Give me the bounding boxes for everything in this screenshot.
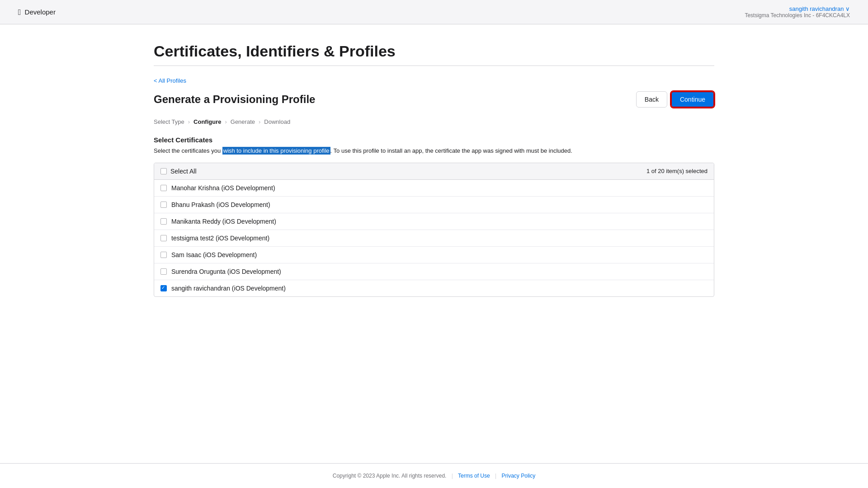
header-logo:  Developer <box>18 8 56 16</box>
header-user-org: Testsigma Technologies Inc - 6F4CKCA4LX <box>745 12 850 19</box>
cert-checkbox-0[interactable] <box>160 185 167 191</box>
cert-label-4: Sam Isaac (iOS Development) <box>171 251 257 258</box>
cert-checkbox-1[interactable] <box>160 202 167 208</box>
privacy-policy-link[interactable]: Privacy Policy <box>502 473 536 479</box>
step-select-type: Select Type <box>154 118 184 125</box>
list-item: Surendra Orugunta (iOS Development) <box>154 263 714 280</box>
cert-list: Manohar Krishna (iOS Development) Bhanu … <box>154 180 714 296</box>
breadcrumb-all-profiles[interactable]: All Profiles <box>154 77 186 84</box>
header-logo-text: Developer <box>25 8 56 16</box>
list-item: Manikanta Reddy (iOS Development) <box>154 213 714 230</box>
footer-divider-1: | <box>452 473 453 479</box>
back-button[interactable]: Back <box>636 91 667 108</box>
title-divider <box>154 66 714 66</box>
cert-checkbox-5[interactable] <box>160 268 167 275</box>
step-generate: Generate <box>231 118 255 125</box>
list-item: Manohar Krishna (iOS Development) <box>154 180 714 197</box>
continue-button[interactable]: Continue <box>671 91 714 108</box>
select-all-checkbox[interactable] <box>160 168 167 174</box>
cert-label-3: testsigma test2 (iOS Development) <box>171 235 269 242</box>
list-item: sangith ravichandran (iOS Development) <box>154 280 714 296</box>
cert-label-2: Manikanta Reddy (iOS Development) <box>171 218 276 225</box>
step-sep-1: › <box>188 118 190 125</box>
main-content: Certificates, Identifiers & Profiles All… <box>118 24 750 463</box>
footer: Copyright © 2023 Apple Inc. All rights r… <box>0 463 868 488</box>
cert-label-5: Surendra Orugunta (iOS Development) <box>171 268 281 275</box>
header-user: sangith ravichandran ∨ Testsigma Technol… <box>745 5 850 19</box>
cert-checkbox-3[interactable] <box>160 235 167 241</box>
list-item: Bhanu Prakash (iOS Development) <box>154 197 714 213</box>
step-sep-2: › <box>225 118 226 125</box>
cert-label-1: Bhanu Prakash (iOS Development) <box>171 201 270 208</box>
apple-icon:  <box>18 8 21 16</box>
step-download: Download <box>264 118 290 125</box>
cert-list-header-left: Select All <box>160 168 197 175</box>
footer-divider-2: | <box>495 473 496 479</box>
section-title: Generate a Provisioning Profile <box>154 93 315 106</box>
cert-desc-highlight: wish to include in this provisioning pro… <box>222 147 330 155</box>
cert-desc-after: . To use this profile to install an app,… <box>330 147 572 154</box>
header-user-name[interactable]: sangith ravichandran ∨ <box>745 5 850 12</box>
cert-label-6: sangith ravichandran (iOS Development) <box>171 285 286 292</box>
step-configure: Configure <box>193 118 221 125</box>
cert-checkbox-6[interactable] <box>160 285 167 291</box>
cert-list-container: Select All 1 of 20 item(s) selected Mano… <box>154 163 714 297</box>
terms-of-use-link[interactable]: Terms of Use <box>458 473 490 479</box>
steps-breadcrumb: Select Type › Configure › Generate › Dow… <box>154 118 714 125</box>
list-item: testsigma test2 (iOS Development) <box>154 230 714 247</box>
cert-desc-before: Select the certificates you <box>154 147 222 154</box>
cert-description: Select the certificates you wish to incl… <box>154 146 714 155</box>
cert-section-title: Select Certificates <box>154 136 714 144</box>
cert-checkbox-2[interactable] <box>160 218 167 225</box>
cert-label-0: Manohar Krishna (iOS Development) <box>171 184 275 192</box>
cert-count-label: 1 of 20 item(s) selected <box>646 168 708 174</box>
step-sep-3: › <box>259 118 260 125</box>
select-all-label: Select All <box>170 168 197 175</box>
list-item: Sam Isaac (iOS Development) <box>154 247 714 263</box>
action-buttons: Back Continue <box>636 91 714 108</box>
cert-list-header: Select All 1 of 20 item(s) selected <box>154 163 714 180</box>
header:  Developer sangith ravichandran ∨ Tests… <box>0 0 868 24</box>
cert-section: Select Certificates Select the certifica… <box>154 136 714 297</box>
page-title: Certificates, Identifiers & Profiles <box>154 42 714 60</box>
section-header: Generate a Provisioning Profile Back Con… <box>154 91 714 108</box>
cert-checkbox-4[interactable] <box>160 252 167 258</box>
copyright-text: Copyright © 2023 Apple Inc. All rights r… <box>333 473 447 479</box>
